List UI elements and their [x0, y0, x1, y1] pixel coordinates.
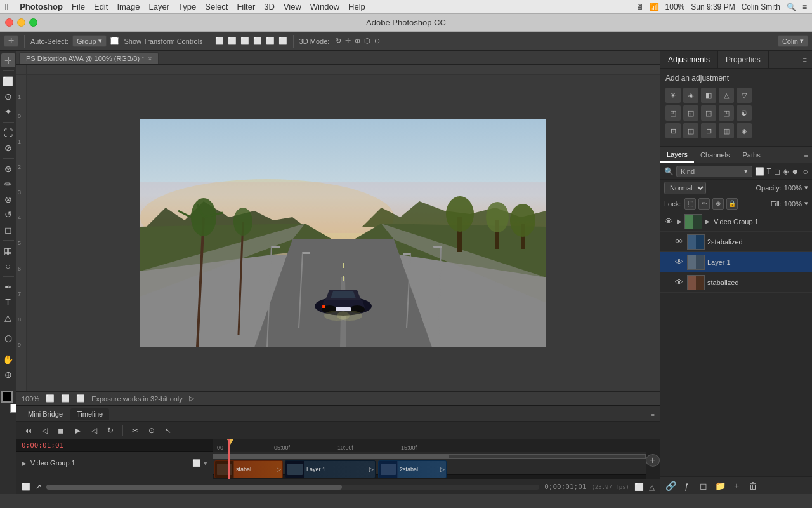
menu-edit[interactable]: Edit — [94, 2, 108, 11]
layers-tab[interactable]: Layers — [660, 147, 694, 163]
auto-select-dropdown[interactable]: Group ▾ — [72, 35, 107, 47]
3d-scale-icon[interactable]: ⊙ — [374, 37, 380, 45]
layer-video-group[interactable]: 👁 ▶ ▶ Video Group 1 — [660, 211, 812, 232]
layer-vis-2stabalized[interactable]: 👁 — [673, 236, 684, 248]
fill-value[interactable]: 100% — [784, 200, 802, 208]
menu-filter[interactable]: Filter — [237, 2, 255, 11]
blend-mode-select[interactable]: Normal — [664, 182, 706, 194]
clone-tool[interactable]: ⊗ — [1, 192, 15, 206]
levels-adj-icon[interactable]: ◈ — [683, 88, 698, 103]
lock-position-icon[interactable]: ⊕ — [712, 198, 724, 210]
move-tool[interactable]: ✛ — [1, 53, 15, 67]
layer-vis-stabalized[interactable]: 👁 — [673, 277, 684, 288]
document-tab[interactable]: PS Distortion AWA @ 100% (RGB/8) * × — [19, 52, 159, 64]
zoom-icon1[interactable]: ⬜ — [46, 394, 55, 403]
marquee-tool[interactable]: ⬜ — [1, 74, 15, 88]
zoom-icon3[interactable]: ⬜ — [76, 394, 85, 403]
eyedropper-tool[interactable]: ⊘ — [1, 141, 15, 155]
track-options-arrow[interactable]: ▾ — [204, 459, 207, 467]
photo-filter-adj-icon[interactable]: ◳ — [719, 105, 734, 121]
menu-image[interactable]: Image — [117, 2, 140, 11]
eraser-tool[interactable]: ◻ — [1, 223, 15, 237]
search-icon[interactable]: 🔍 — [787, 3, 796, 11]
exposure-adj-icon[interactable]: △ — [719, 88, 734, 103]
paths-tab[interactable]: Paths — [737, 147, 767, 163]
vibrance-adj-icon[interactable]: ▽ — [737, 88, 752, 103]
selective-color-adj-icon[interactable]: ◈ — [737, 123, 752, 138]
zoom-icon2[interactable]: ⬜ — [61, 394, 70, 403]
distribute-center-icon[interactable]: ⬜ — [266, 37, 275, 45]
clip-stabalized[interactable]: stabal... ▷ — [214, 460, 283, 478]
3d-pan-icon[interactable]: ✛ — [345, 37, 351, 45]
menu-list-icon[interactable]: ≡ — [802, 3, 807, 11]
menu-file[interactable]: File — [72, 2, 85, 11]
clip-2stabalized[interactable]: 2stabal... ▷ — [378, 460, 447, 478]
timeline-scroll-bar[interactable] — [46, 485, 539, 490]
move-tool-btn[interactable]: ✛ — [4, 35, 18, 47]
lasso-tool[interactable]: ⊙ — [1, 90, 15, 104]
threshold-adj-icon[interactable]: ⊟ — [701, 123, 716, 138]
apple-menu[interactable]:  — [5, 2, 8, 12]
layer-2stabalized[interactable]: 👁 2stabalized — [660, 232, 812, 252]
audio-btn[interactable]: ◁ — [88, 424, 100, 437]
add-track-btn[interactable]: + — [646, 454, 660, 467]
clip-layer1[interactable]: Layer 1 ▷ — [285, 460, 376, 478]
zoom-tool[interactable]: ⊕ — [1, 368, 15, 382]
3d-rotate-icon[interactable]: ↻ — [336, 37, 341, 45]
footer-icon2[interactable]: ↗ — [36, 483, 41, 491]
opacity-value[interactable]: 100% — [784, 184, 802, 192]
layer-layer1[interactable]: 👁 Layer 1 — [660, 252, 812, 272]
align-left-icon[interactable]: ⬜ — [215, 37, 224, 45]
link-layers-btn[interactable]: 🔗 — [664, 479, 677, 492]
new-layer-btn[interactable]: + — [730, 479, 743, 492]
lock-transparent-icon[interactable]: ⬚ — [684, 198, 696, 210]
track-expand-arrow[interactable]: ▶ — [22, 460, 27, 467]
filter-icon-4[interactable]: ◈ — [783, 167, 789, 176]
channel-mixer-adj-icon[interactable]: ☯ — [737, 105, 752, 121]
cut-btn[interactable]: ✂ — [129, 424, 141, 437]
filter-icon-5[interactable]: ☻ — [791, 167, 799, 176]
footer-expand-icon[interactable]: △ — [649, 483, 655, 491]
track-thumbnail-icon[interactable]: ⬜ — [192, 459, 201, 467]
layers-panel-options[interactable]: ≡ — [801, 151, 812, 159]
adjustments-tab[interactable]: Adjustments — [660, 51, 718, 68]
bw-adj-icon[interactable]: ◲ — [701, 105, 716, 121]
foreground-color[interactable] — [1, 391, 13, 403]
filter-toggle[interactable]: ○ — [803, 166, 808, 177]
layer-stabalized[interactable]: 👁 stabalized — [660, 272, 812, 293]
pen-tool[interactable]: ✒ — [1, 280, 15, 294]
delete-layer-btn[interactable]: 🗑 — [747, 479, 759, 492]
dodge-tool[interactable]: ○ — [1, 259, 15, 273]
brush-tool[interactable]: ✏ — [1, 177, 15, 191]
goto-first-btn[interactable]: ⏮ — [22, 424, 34, 437]
stop-btn[interactable]: ◼ — [55, 424, 67, 437]
show-transform-checkbox[interactable] — [110, 37, 119, 45]
align-center-icon[interactable]: ⬜ — [228, 37, 237, 45]
layer-group-expand[interactable]: ▶ — [677, 218, 682, 225]
gradient-tool[interactable]: ▦ — [1, 244, 15, 258]
add-mask-btn[interactable]: ◻ — [697, 479, 710, 492]
invert-adj-icon[interactable]: ⊡ — [665, 123, 681, 138]
spot-heal-tool[interactable]: ⊛ — [1, 162, 15, 176]
mini-bridge-tab[interactable]: Mini Bridge — [22, 408, 69, 420]
distribute-left-icon[interactable]: ⬜ — [253, 37, 262, 45]
play-status[interactable]: ▷ — [189, 394, 194, 403]
align-right-icon[interactable]: ⬜ — [240, 37, 249, 45]
posterize-adj-icon[interactable]: ◫ — [683, 123, 698, 138]
layer-vis-layer1[interactable]: 👁 — [673, 257, 684, 268]
workspace-selector[interactable]: Colin ▾ — [778, 35, 808, 47]
filter-icon-2[interactable]: T — [767, 167, 771, 176]
gradient-map-adj-icon[interactable]: ▥ — [719, 123, 734, 138]
properties-tab[interactable]: Properties — [718, 51, 769, 68]
menu-select[interactable]: Select — [205, 2, 228, 11]
timeline-tab[interactable]: Timeline — [70, 408, 109, 420]
menu-type[interactable]: Type — [178, 2, 196, 11]
menu-3d[interactable]: 3D — [264, 2, 275, 11]
hsl-adj-icon[interactable]: ◰ — [665, 105, 681, 121]
new-group-btn[interactable]: 📁 — [714, 479, 726, 492]
close-button[interactable] — [5, 18, 13, 27]
add-style-btn[interactable]: ƒ — [681, 479, 693, 492]
color-picker[interactable] — [1, 391, 15, 409]
text-tool[interactable]: T — [1, 295, 15, 309]
marker-btn[interactable]: ⊙ — [145, 424, 158, 437]
